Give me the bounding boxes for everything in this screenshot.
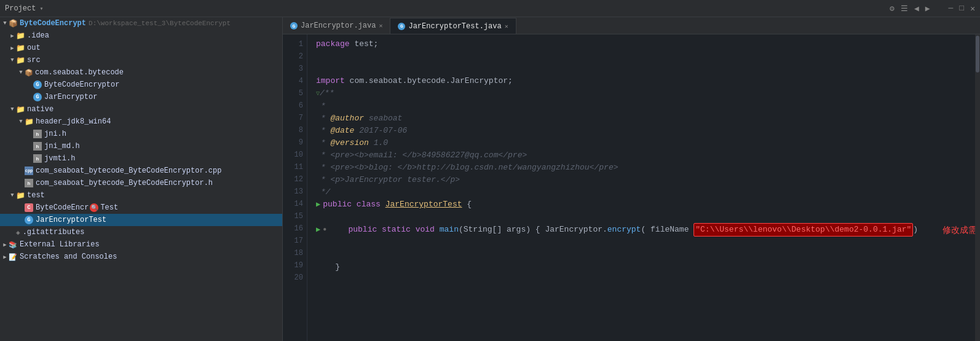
main-layout: ▼ 📦 ByteCodeEncrypt D:\workspace_test_3\… (0, 17, 980, 341)
code-line-13: */ (316, 186, 975, 198)
settings-icon[interactable]: ⚙ (890, 4, 895, 14)
module-icon: 📦 (9, 19, 18, 28)
folder-icon: 📁 (16, 31, 25, 41)
tab-jarencryptortest[interactable]: G JarEncryptorTest.java ✕ (390, 18, 516, 34)
sidebar-item-byteCodeEncryptor[interactable]: ▶ G ByteCodeEncryptor (0, 79, 282, 91)
expand-icon: ▼ (9, 106, 16, 112)
breakpoint-icon: ● (323, 224, 326, 236)
code-line-1: package test; (316, 38, 975, 50)
nav-back-icon[interactable]: ◀ (914, 4, 919, 14)
code-editor[interactable]: 1234 5678 9101112 13141516 17181920 pack… (283, 34, 980, 341)
line-numbers: 1234 5678 9101112 13141516 17181920 (283, 34, 307, 341)
project-sidebar: ▼ 📦 ByteCodeEncrypt D:\workspace_test_3\… (0, 17, 283, 341)
folder-icon: 📁 (16, 191, 25, 200)
folder-icon: 📁 (25, 117, 34, 127)
code-line-20 (316, 273, 975, 286)
sidebar-item-jvmti-h[interactable]: ▶ h jvmti.h (0, 152, 282, 165)
sidebar-item-jni-md-h[interactable]: ▶ h jni_md.h (0, 140, 282, 152)
sidebar-item-test[interactable]: ▼ 📁 test (0, 189, 282, 202)
code-line-14: ▶public class JarEncryptorTest { (316, 198, 975, 211)
title-bar: Project ▾ ⚙ ☰ ◀ ▶ ─ □ ✕ (0, 0, 980, 17)
scrollbar-vertical[interactable] (975, 34, 980, 341)
code-line-11: * <pre><b>blog: </b>http://blog.csdn.net… (316, 162, 975, 174)
java-class-icon: G (33, 80, 42, 89)
sidebar-item-jarEncryptor[interactable]: ▶ G JarEncryptor (0, 91, 282, 103)
tab-bar: G JarEncryptor.java ✕ G JarEncryptorTest… (283, 17, 980, 34)
title-bar-left: Project ▾ (5, 4, 43, 13)
folder-icon: 📁 (16, 56, 25, 65)
maximize-icon[interactable]: □ (959, 4, 964, 13)
sidebar-item-package[interactable]: ▼ 📦 com.seaboat.bytecode (0, 66, 282, 79)
java-class-icon: C (25, 203, 33, 212)
sidebar-item-out[interactable]: ▶ 📁 out (0, 42, 282, 54)
expand-icon: ▶ (9, 33, 16, 39)
sidebar-item-scratches[interactable]: ▶ 📝 Scratches and Consoles (0, 251, 282, 263)
sidebar-item-jarEncryptorTest[interactable]: ▶ G JarEncryptorTest (0, 214, 282, 226)
sidebar-item-external-libs[interactable]: ▶ 📚 External Libraries (0, 238, 282, 251)
sidebar-item-byteCodeEncryptorTest[interactable]: ▶ C ByteCodeEncr 🔍 Test (0, 202, 282, 214)
code-line-5: ▽/** (316, 87, 975, 100)
sidebar-item-header[interactable]: ▼ 📁 header_jdk8_win64 (0, 116, 282, 128)
project-label[interactable]: Project (5, 4, 36, 13)
sidebar-item-gitattributes[interactable]: ▶ ◈ .gitattributes (0, 226, 282, 238)
sidebar-item-src[interactable]: ▼ 📁 src (0, 54, 282, 66)
expand-icon: ▶ (9, 45, 16, 52)
tab-label: JarEncryptorTest.java (408, 22, 501, 31)
close-icon[interactable]: ✕ (970, 4, 975, 14)
sidebar-item-root[interactable]: ▼ 📦 ByteCodeEncrypt D:\workspace_test_3\… (0, 17, 282, 29)
expand-icon: ▶ (1, 254, 9, 261)
tab-jarencryptor[interactable]: G JarEncryptor.java ✕ (283, 18, 390, 34)
tab-icon: G (290, 22, 298, 29)
code-line-19: } (316, 261, 975, 273)
code-line-15 (316, 211, 975, 223)
structure-icon[interactable]: ☰ (901, 4, 908, 14)
nav-forward-icon[interactable]: ▶ (925, 4, 930, 14)
package-icon: 📦 (25, 69, 33, 77)
scrollbar-thumb[interactable] (976, 36, 979, 73)
code-line-12: * <p>JarEncryptor tester.</p> (316, 174, 975, 186)
search-overlay-icon: 🔍 (90, 203, 98, 212)
code-line-3 (316, 63, 975, 75)
code-line-4: import com.seaboat.bytecode.JarEncryptor… (316, 75, 975, 87)
expand-icon: ▼ (9, 192, 16, 198)
code-line-9: * @version 1.0 (316, 137, 975, 149)
h-file-icon: h (33, 130, 42, 138)
expand-icon: ▶ (1, 241, 9, 248)
expand-icon: ▼ (17, 119, 25, 125)
tab-label: JarEncryptor.java (301, 22, 376, 30)
code-line-16: ▶ ● public static void main(String[] arg… (316, 223, 975, 237)
minimize-icon[interactable]: ─ (949, 4, 954, 13)
tab-close-button[interactable]: ✕ (379, 22, 382, 29)
java-class-icon: G (25, 216, 33, 224)
code-line-18 (316, 249, 975, 261)
sidebar-item-jni-h[interactable]: ▶ h jni.h (0, 128, 282, 140)
sidebar-item-cpp[interactable]: ▶ cpp com_seaboat_bytecode_ByteCodeEncry… (0, 165, 282, 177)
tab-close-button[interactable]: ✕ (505, 23, 508, 30)
folder-icon: 📁 (16, 105, 25, 114)
code-line-17 (316, 237, 975, 249)
sidebar-item-native[interactable]: ▼ 📁 native (0, 103, 282, 116)
run-arrow-icon[interactable]: ▶ (316, 200, 320, 209)
code-lines[interactable]: package test; import com.seaboat.bytecod… (307, 34, 975, 341)
run-arrow-icon-2[interactable]: ▶ (316, 224, 320, 236)
expand-icon: ▼ (1, 20, 9, 26)
sidebar-item-idea[interactable]: ▶ 📁 .idea (0, 29, 282, 42)
chinese-note: 修改成需要机密的 jar 路径 (942, 224, 975, 236)
code-line-10: * <pre><b>email: </b>849586227@qq.com</p… (316, 149, 975, 162)
lib-icon: 📚 (9, 241, 17, 249)
code-line-7: * @author seaboat (316, 112, 975, 125)
chevron-down-icon[interactable]: ▾ (39, 5, 43, 12)
expand-icon: ▼ (17, 69, 25, 76)
h-file-icon: h (33, 142, 42, 151)
expand-icon: ▼ (9, 57, 16, 63)
code-line-2 (316, 50, 975, 63)
sidebar-item-encrypt-h[interactable]: ▶ h com_seaboat_bytecode_ByteCodeEncrypt… (0, 177, 282, 189)
h-file-icon: h (25, 179, 33, 187)
title-bar-icons: ⚙ ☰ ◀ ▶ ─ □ ✕ (890, 4, 975, 14)
h-file-icon: h (33, 154, 42, 163)
cpp-file-icon: cpp (25, 167, 33, 175)
folder-icon: 📁 (16, 44, 25, 53)
java-class-icon: G (33, 93, 42, 101)
editor-area: G JarEncryptor.java ✕ G JarEncryptorTest… (283, 17, 980, 341)
code-line-6: * (316, 100, 975, 112)
